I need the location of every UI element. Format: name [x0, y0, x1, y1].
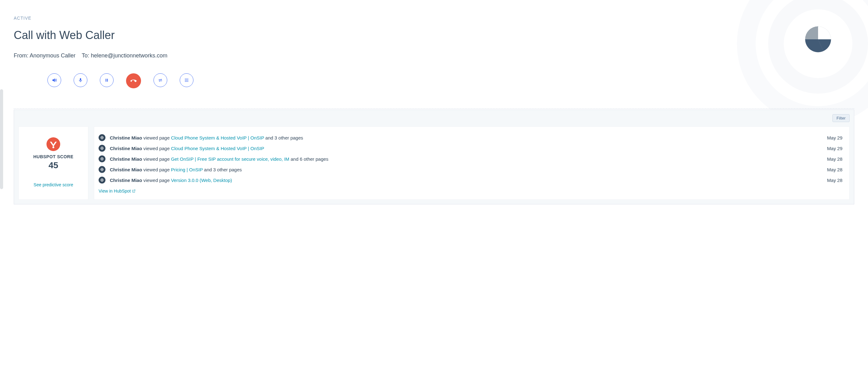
score-value: 45	[49, 160, 58, 170]
activity-text: Christine Miao viewed page Cloud Phone S…	[110, 146, 823, 151]
svg-point-3	[185, 79, 186, 80]
svg-point-9	[185, 81, 186, 82]
dialpad-icon	[184, 78, 189, 83]
activity-text: Christine Miao viewed page Pricing | OnS…	[110, 167, 823, 172]
svg-point-7	[186, 80, 187, 81]
globe-icon	[99, 155, 105, 162]
view-in-hubspot-label: View in HubSpot	[99, 188, 131, 194]
hubspot-icon	[46, 137, 60, 151]
activity-page-link[interactable]: Cloud Phone System & Hosted VoIP | OnSIP	[171, 146, 264, 151]
view-in-hubspot-link[interactable]: View in HubSpot	[99, 188, 136, 194]
from-value: Anonymous Caller	[30, 53, 75, 59]
activity-row: Christine Miao viewed page Version 3.0.0…	[99, 175, 842, 185]
svg-point-13	[53, 146, 54, 148]
svg-point-8	[187, 80, 188, 81]
filter-button[interactable]: Filter	[832, 114, 849, 122]
activity-date: May 28	[827, 167, 842, 172]
activity-date: May 29	[827, 146, 842, 151]
activity-row: Christine Miao viewed page Cloud Phone S…	[99, 132, 842, 143]
activity-actor: Christine Miao	[110, 167, 142, 172]
svg-rect-2	[107, 79, 107, 82]
call-to: To: helene@junctionnetworks.com	[82, 53, 167, 59]
svg-point-11	[187, 81, 188, 82]
activity-actor: Christine Miao	[110, 135, 142, 141]
hubspot-score-card: HUBSPOT SCORE 45 See predictive score	[19, 126, 88, 200]
page-title: Call with Web Caller	[14, 29, 854, 42]
activity-text: Christine Miao viewed page Get OnSIP | F…	[110, 156, 823, 161]
activity-row: Christine Miao viewed page Cloud Phone S…	[99, 143, 842, 153]
activity-page-link[interactable]: Version 3.0.0 (Web, Desktop)	[171, 178, 232, 183]
activity-date: May 29	[827, 135, 842, 141]
activity-timeline-card: Christine Miao viewed page Cloud Phone S…	[94, 126, 849, 200]
activity-page-link[interactable]: Cloud Phone System & Hosted VoIP | OnSIP	[171, 135, 264, 141]
globe-icon	[99, 145, 105, 152]
activity-text: Christine Miao viewed page Version 3.0.0…	[110, 178, 823, 183]
transfer-button[interactable]	[154, 74, 167, 87]
to-label: To:	[82, 53, 89, 59]
mute-button[interactable]	[74, 74, 87, 87]
activity-actor: Christine Miao	[110, 156, 142, 161]
activity-actor: Christine Miao	[110, 178, 142, 183]
divider	[14, 108, 854, 110]
globe-icon	[99, 134, 105, 141]
svg-point-10	[186, 81, 187, 82]
activity-date: May 28	[827, 178, 842, 183]
activity-page-link[interactable]: Pricing | OnSIP	[171, 167, 203, 172]
activity-actor: Christine Miao	[110, 146, 142, 151]
dialpad-button[interactable]	[180, 74, 193, 87]
from-label: From:	[14, 53, 28, 59]
to-value: helene@junctionnetworks.com	[91, 53, 167, 59]
predictive-score-link[interactable]: See predictive score	[34, 182, 73, 187]
pause-icon	[104, 78, 109, 82]
transfer-icon	[158, 78, 163, 83]
hangup-icon	[130, 78, 137, 84]
activity-date: May 28	[827, 156, 842, 161]
call-from: From: Anonymous Caller	[14, 53, 75, 59]
score-label: HUBSPOT SCORE	[33, 154, 74, 159]
hubspot-panel: Filter HUBSPOT SCORE 45 See predictive s…	[14, 110, 854, 204]
activity-row: Christine Miao viewed page Get OnSIP | F…	[99, 153, 842, 164]
hold-button[interactable]	[100, 74, 114, 87]
speaker-button[interactable]	[48, 74, 61, 87]
svg-rect-1	[106, 79, 106, 82]
globe-icon	[99, 177, 105, 183]
call-status: ACTIVE	[14, 16, 854, 21]
activity-row: Christine Miao viewed page Pricing | OnS…	[99, 164, 842, 175]
svg-point-4	[186, 79, 187, 80]
activity-text: Christine Miao viewed page Cloud Phone S…	[110, 135, 823, 141]
svg-point-6	[185, 80, 186, 81]
hangup-button[interactable]	[126, 74, 141, 88]
activity-page-link[interactable]: Get OnSIP | Free SIP account for secure …	[171, 156, 289, 161]
svg-point-5	[187, 79, 188, 80]
microphone-icon	[78, 78, 83, 83]
svg-point-12	[46, 137, 60, 151]
globe-icon	[99, 166, 105, 173]
call-controls	[48, 74, 854, 88]
speaker-icon	[52, 78, 57, 83]
external-link-icon	[132, 189, 136, 193]
